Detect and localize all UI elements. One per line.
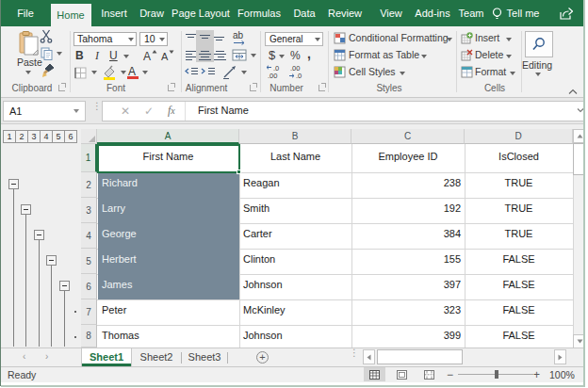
svg-text:.00: .00 — [268, 72, 277, 80]
svg-text:ab: ab — [233, 30, 244, 40]
svg-text:.0: .0 — [296, 72, 302, 80]
